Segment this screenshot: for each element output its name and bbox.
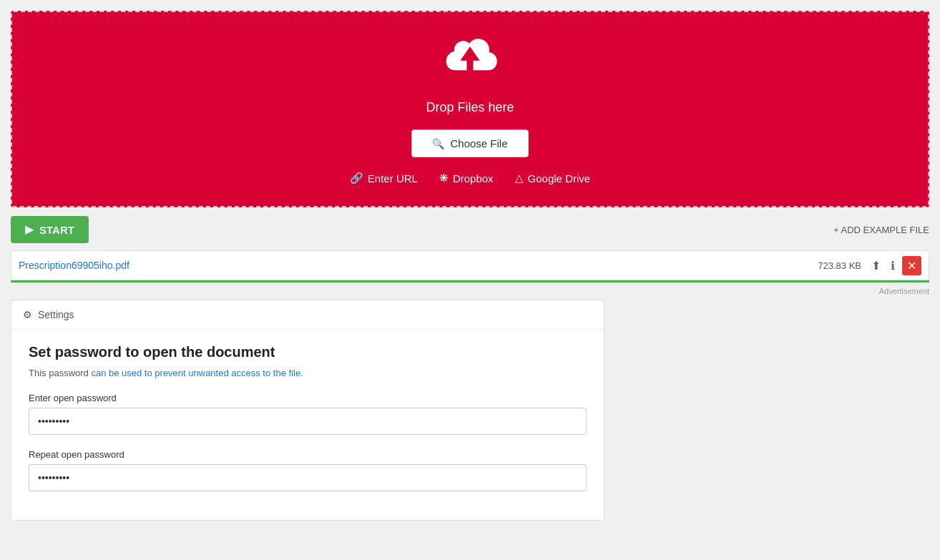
upload-icon-button[interactable]: ⬆: [868, 256, 883, 275]
drop-text: Drop Files here: [26, 100, 914, 115]
settings-title: Set password to open the document: [29, 344, 587, 360]
drop-zone[interactable]: Drop Files here 🔍 Choose File 🔗 Enter UR…: [11, 11, 929, 207]
enter-url-link[interactable]: 🔗 Enter URL: [350, 172, 418, 185]
dropbox-icon: ❋: [439, 172, 449, 185]
file-size: 723.83 KB: [818, 260, 861, 271]
file-actions: ⬆ ℹ ✕: [868, 256, 921, 275]
search-icon: 🔍: [432, 138, 444, 149]
repeat-password-input[interactable]: [29, 464, 587, 491]
settings-description: This password can be used to prevent unw…: [29, 368, 587, 378]
link-icon: 🔗: [350, 172, 363, 185]
svg-rect-0: [467, 59, 474, 77]
open-password-input[interactable]: [29, 408, 587, 435]
file-row: Prescription69905iho.pdf 723.83 KB ⬆ ℹ ✕: [11, 250, 929, 280]
start-button[interactable]: ▶ START: [11, 216, 89, 243]
source-links: 🔗 Enter URL ❋ Dropbox △ Google Drive: [26, 172, 914, 185]
chevron-right-icon: ▶: [25, 223, 34, 236]
gear-icon: ⚙: [23, 309, 32, 320]
open-password-label: Enter open password: [29, 393, 587, 403]
close-icon: ✕: [907, 259, 916, 272]
progress-bar-wrapper: [11, 280, 929, 283]
settings-header: ⚙ Settings: [11, 300, 604, 330]
info-icon-button[interactable]: ℹ: [888, 256, 898, 275]
choose-file-button[interactable]: 🔍 Choose File: [411, 129, 528, 157]
progress-bar: [11, 280, 929, 283]
advertisement-label: Advertisement: [11, 287, 929, 295]
settings-panel: ⚙ Settings Set password to open the docu…: [11, 300, 604, 521]
cloud-upload-icon: [438, 34, 502, 93]
repeat-password-label: Repeat open password: [29, 449, 587, 460]
file-name: Prescription69905iho.pdf: [19, 260, 818, 271]
dropbox-link[interactable]: ❋ Dropbox: [439, 172, 494, 185]
add-example-link[interactable]: + ADD EXAMPLE FILE: [833, 225, 929, 235]
toolbar-row: ▶ START + ADD EXAMPLE FILE: [11, 216, 929, 243]
google-drive-link[interactable]: △ Google Drive: [515, 172, 591, 185]
settings-body: Set password to open the document This p…: [11, 330, 604, 520]
upload-icon: ⬆: [871, 259, 881, 272]
info-icon: ℹ: [891, 259, 895, 272]
remove-file-button[interactable]: ✕: [902, 256, 921, 275]
google-drive-icon: △: [515, 172, 524, 185]
